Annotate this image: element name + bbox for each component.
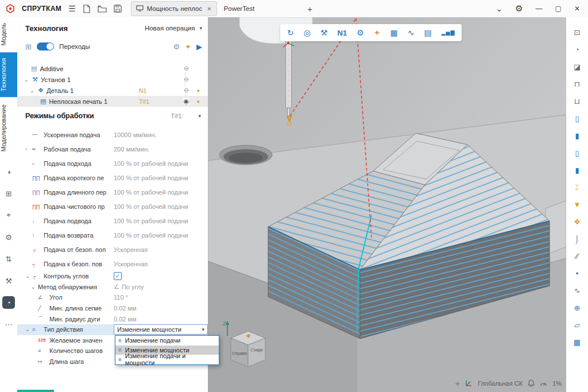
shaded-view-icon[interactable]: ◪: [570, 61, 584, 73]
param-value[interactable]: 100 % от рабочей подачи: [114, 189, 188, 196]
open-folder-icon[interactable]: [98, 5, 107, 13]
table-icon[interactable]: ▦: [390, 28, 397, 37]
param-min-segment-length[interactable]: ╱ Мин. длина сегме 0.02 мм: [17, 303, 208, 314]
param-value[interactable]: 100 % от рабочей подачи: [114, 232, 188, 239]
param-approach-feed[interactable]: ⌐ Подача подхода 100 % от рабочей подачи: [17, 156, 208, 170]
tree-item-setup[interactable]: ⌄ ⚒ Установ 1 ⊖: [17, 74, 208, 85]
curve-icon[interactable]: ∿: [570, 285, 584, 297]
param-action-type[interactable]: ⌄ ≡ Тип действия Изменение мощности ▾: [17, 324, 208, 335]
add-cs-icon[interactable]: +: [455, 378, 460, 388]
chevron-down-icon[interactable]: ⌄: [496, 4, 502, 13]
machining-icon[interactable]: ⚒: [320, 28, 328, 37]
postprocess-icon[interactable]: ✦: [374, 28, 381, 37]
corner-control-checkbox[interactable]: ✓: [114, 272, 122, 280]
window-zoom-icon[interactable]: ⊡: [570, 26, 584, 38]
coordinate-system-label[interactable]: Глобальная СК: [478, 380, 523, 387]
dropdown-option-feed-and-power-change[interactable]: ≡ Изменение подачи и мощности: [115, 355, 219, 364]
param-angle[interactable]: ∠ Угол 110 °: [17, 292, 208, 303]
tool-cylinder-icon[interactable]: ▯: [570, 112, 584, 125]
operations-icon[interactable]: ⊞: [25, 42, 32, 51]
param-value[interactable]: Ускоренная: [114, 246, 148, 253]
param-value[interactable]: 100 % от рабочей подачи: [114, 203, 188, 210]
deburr-icon[interactable]: ❖: [570, 216, 584, 228]
new-file-icon[interactable]: [83, 5, 91, 13]
param-value[interactable]: 0.02 мм: [114, 305, 137, 312]
tools-icon[interactable]: ⚒: [2, 274, 15, 287]
main-menu-icon[interactable]: ☰: [68, 4, 76, 13]
chevron-down-icon[interactable]: ⌄: [31, 284, 38, 290]
dropdown-option-feed-change[interactable]: ≡ Изменение подачи: [115, 336, 219, 346]
transitions-toggle[interactable]: [37, 42, 54, 51]
maximize-button[interactable]: ▢: [555, 5, 562, 13]
param-return-feed[interactable]: ↑ Подача возврата 100 % от рабочей подач…: [17, 228, 208, 242]
hook-tool-icon[interactable]: ⌡: [570, 233, 584, 245]
param-value[interactable]: 100 % от рабочей подачи: [114, 160, 188, 167]
tree-item-part[interactable]: ⌄ ❖ Деталь 1 N1 ⊖ ●: [17, 85, 208, 96]
chevron-down-icon[interactable]: ⌄: [30, 88, 35, 94]
active-operation-icon[interactable]: ◉: [183, 98, 189, 104]
report-icon[interactable]: ▤: [424, 28, 431, 37]
suppress-icon[interactable]: ⊖: [184, 65, 189, 72]
stock-icon[interactable]: ⊓: [570, 78, 584, 90]
drill-icon[interactable]: ▼: [570, 199, 584, 211]
sphere-mesh-icon[interactable]: ⊕: [570, 302, 584, 314]
param-value[interactable]: 100 % от рабочей подачи: [114, 174, 188, 181]
action-type-combobox[interactable]: Изменение мощности ▾: [114, 324, 208, 335]
machining-time-icon[interactable]: ◔: [2, 296, 15, 309]
param-value[interactable]: Ускоренная: [114, 261, 148, 267]
close-tab-icon[interactable]: ✕: [207, 6, 211, 12]
scene-3d[interactable]: Z Справа Сзади: [208, 17, 566, 392]
viewcube-right-face-label[interactable]: Сзади: [250, 347, 263, 352]
new-operation-selector[interactable]: Новая операция ▾: [145, 25, 202, 32]
param-detection-method[interactable]: ⌄ Метод обнаружения ∠ По углу: [17, 282, 208, 293]
param-feed-from-safe[interactable]: ┌ Подача от безоп. поп Ускоренная: [17, 242, 208, 257]
tool-holder-icon[interactable]: ▮: [570, 164, 584, 176]
param-long-link-feed[interactable]: ∏∏ Подача длинного пер 100 % от рабочей …: [17, 185, 208, 199]
param-rapid-feed[interactable]: ╌╌ Ускоренная подача 10000 мм/мин.: [17, 127, 208, 142]
param-value[interactable]: 0.02 мм: [114, 316, 137, 323]
param-finish-feed[interactable]: ∏∏ Подача чистового пр 100 % от рабочей …: [17, 199, 208, 214]
param-value[interactable]: 100 % от рабочей подачи: [114, 218, 188, 224]
param-plunge-feed[interactable]: ↓ Подача подвода 100 % от рабочей подачи: [17, 214, 208, 228]
more-options-icon[interactable]: ⋯: [2, 318, 15, 331]
settings-gear-icon[interactable]: ⚙: [515, 3, 523, 14]
tool-assembly-icon[interactable]: ▯: [570, 147, 584, 159]
detection-method-value[interactable]: ∠ По углу: [114, 283, 144, 290]
suppress-icon[interactable]: ⊖: [184, 76, 189, 83]
tab-modeling[interactable]: Моделирование: [0, 99, 17, 157]
grid-snap-icon[interactable]: ⊞: [2, 187, 15, 200]
tree-item-nonplanar-print[interactable]: ▤ Неплоская печать 1 Т#1 ◉ ●: [17, 96, 208, 107]
machine-settings-icon[interactable]: ⚙: [357, 28, 364, 37]
model-display-icon[interactable]: ◑: [2, 165, 15, 178]
param-min-arc-radius[interactable]: ⌒ Мин. радиус дуги 0.02 мм: [17, 313, 208, 324]
tool-selector[interactable]: Т#1: ▾: [171, 112, 201, 119]
param-short-link-feed[interactable]: ∏∏ Подача короткого пе 100 % от рабочей …: [17, 170, 208, 185]
settings-icon[interactable]: ⚙: [2, 231, 15, 243]
holder-icon[interactable]: ⊔: [570, 95, 584, 107]
optimize-icon[interactable]: ✦: [185, 42, 191, 51]
sync-icon[interactable]: ⇅: [2, 253, 15, 265]
panel-hscrollbar[interactable]: [17, 390, 54, 392]
nc-program-n1-button[interactable]: N1: [338, 29, 347, 37]
probe-icon[interactable]: ⌶: [570, 181, 584, 193]
simulate-icon[interactable]: ↻: [287, 28, 294, 37]
tree-item-additive[interactable]: ▤ Additive ⊖: [17, 63, 208, 74]
end-mill-icon[interactable]: ▮: [570, 130, 584, 142]
viewport-3d[interactable]: Z Справа Сзади ↻ ◎ ⚒ N1 ⚙ ✦ ▦ ∿ ▤ ▂▅▇ +: [208, 17, 566, 392]
save-icon[interactable]: [114, 5, 122, 13]
chevron-down-icon[interactable]: ⌄: [24, 77, 29, 83]
tab-model[interactable]: Модель: [0, 17, 17, 51]
param-work-feed[interactable]: › ━ Рабочая подача 200 мм/мин.: [17, 142, 208, 156]
chevron-down-icon[interactable]: ⌄: [25, 273, 32, 279]
suppress-icon[interactable]: ⊖: [184, 87, 189, 94]
close-button[interactable]: ✕: [574, 5, 580, 13]
param-value[interactable]: 10000 мм/мин.: [114, 131, 157, 138]
tab-document-active[interactable]: Мощность неплос ✕: [131, 1, 217, 16]
new-tab-icon[interactable]: +: [307, 4, 312, 14]
param-feed-to-safe[interactable]: ┐ Подача к безоп. пов Ускоренная: [17, 257, 208, 271]
view-sphere-icon[interactable]: ◔: [570, 44, 584, 56]
notifications-bell-icon[interactable]: [528, 379, 535, 387]
simulation-speed-value[interactable]: 1%: [552, 380, 562, 387]
measure-icon[interactable]: ⌖: [2, 209, 15, 222]
inspect-icon[interactable]: ◎: [304, 28, 311, 37]
